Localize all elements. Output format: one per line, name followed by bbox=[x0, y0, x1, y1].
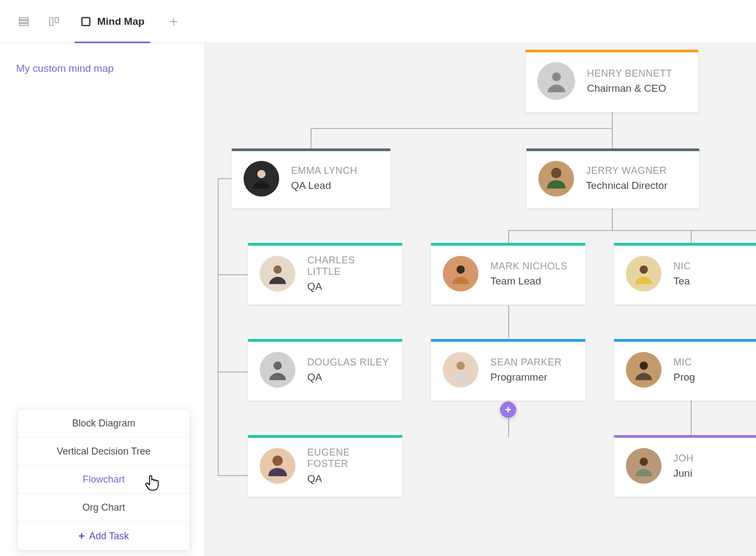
person-role: Juni bbox=[673, 467, 694, 479]
add-tab-button[interactable]: + bbox=[170, 13, 178, 30]
svg-point-7 bbox=[257, 170, 265, 178]
svg-rect-5 bbox=[82, 17, 90, 25]
card-text: EUGENE FOSTER QA bbox=[307, 447, 390, 485]
avatar bbox=[626, 352, 662, 388]
person-role: Technical Director bbox=[586, 180, 667, 192]
org-card-qa-3[interactable]: EUGENE FOSTER QA bbox=[248, 435, 402, 497]
org-card-ceo[interactable]: HENRY BENNETT Chairman & CEO bbox=[525, 50, 698, 112]
connector bbox=[612, 208, 613, 231]
connector bbox=[218, 371, 249, 372]
svg-rect-4 bbox=[55, 17, 58, 22]
tab-mindmap[interactable]: Mind Map bbox=[77, 0, 148, 43]
card-accent bbox=[614, 339, 756, 342]
org-card-qa-1[interactable]: CHARLES LITTLE QA bbox=[248, 243, 402, 304]
person-name: MIC bbox=[673, 357, 695, 368]
person-role: Tea bbox=[673, 275, 691, 287]
svg-rect-0 bbox=[19, 17, 29, 19]
card-accent bbox=[614, 243, 756, 246]
org-card-team-lead[interactable]: MARK NICHOLS Team Lead bbox=[431, 243, 585, 304]
card-accent bbox=[525, 50, 698, 52]
card-text: HENRY BENNETT Chairman & CEO bbox=[587, 68, 672, 94]
avatar bbox=[244, 161, 279, 196]
person-name: JOH bbox=[673, 453, 694, 464]
person-name: HENRY BENNETT bbox=[587, 68, 672, 79]
svg-rect-3 bbox=[50, 17, 53, 25]
card-text: JOH Juni bbox=[673, 453, 694, 479]
list-view-icon[interactable] bbox=[16, 14, 31, 29]
person-name: DOUGLAS RILEY bbox=[307, 357, 389, 368]
connector bbox=[218, 178, 219, 476]
avatar bbox=[626, 256, 662, 291]
svg-point-6 bbox=[552, 72, 561, 81]
card-accent bbox=[431, 243, 585, 246]
avatar bbox=[260, 448, 295, 484]
avatar bbox=[626, 448, 662, 484]
connector bbox=[310, 128, 312, 148]
svg-rect-2 bbox=[19, 23, 29, 25]
org-card-team-lead-2[interactable]: NIC Tea bbox=[614, 243, 756, 304]
card-text: MARK NICHOLS Team Lead bbox=[490, 261, 568, 287]
connector bbox=[508, 306, 509, 338]
person-name: MARK NICHOLS bbox=[490, 261, 568, 272]
card-accent bbox=[248, 243, 402, 246]
card-text: DOUGLAS RILEY QA bbox=[307, 357, 389, 383]
add-task-button[interactable]: + Add Task bbox=[18, 522, 190, 550]
svg-point-15 bbox=[272, 456, 282, 466]
menu-item-block-diagram[interactable]: Block Diagram bbox=[18, 410, 190, 438]
org-chart-canvas[interactable]: HENRY BENNETT Chairman & CEO EMMA LYNCH … bbox=[205, 43, 756, 556]
avatar bbox=[443, 256, 478, 291]
page-title: My custom mind map bbox=[16, 63, 188, 74]
avatar bbox=[538, 161, 574, 196]
org-card-programmer-2[interactable]: MIC Prog bbox=[614, 339, 756, 401]
person-role: QA bbox=[307, 371, 389, 383]
sidebar: My custom mind map Block Diagram Vertica… bbox=[0, 43, 205, 556]
plus-icon: + bbox=[78, 530, 85, 543]
person-role: QA bbox=[307, 281, 390, 293]
card-text: SEAN PARKER Programmer bbox=[490, 357, 562, 383]
person-name: NIC bbox=[673, 261, 691, 272]
svg-point-14 bbox=[639, 362, 647, 370]
org-card-tech-director[interactable]: JERRY WAGNER Technical Director bbox=[526, 148, 699, 208]
topbar: Mind Map + bbox=[0, 0, 756, 43]
svg-point-16 bbox=[639, 458, 647, 466]
avatar bbox=[537, 62, 575, 100]
person-role: Team Lead bbox=[490, 275, 568, 287]
person-name: EMMA LYNCH bbox=[291, 165, 357, 177]
person-role: Programmer bbox=[490, 371, 562, 383]
card-accent bbox=[248, 435, 402, 438]
person-name: EUGENE FOSTER bbox=[307, 447, 390, 470]
avatar bbox=[260, 352, 295, 388]
card-text: CHARLES LITTLE QA bbox=[307, 255, 390, 293]
card-text: JERRY WAGNER Technical Director bbox=[586, 165, 667, 192]
avatar bbox=[260, 256, 295, 291]
svg-point-8 bbox=[551, 168, 561, 178]
svg-point-12 bbox=[273, 362, 281, 370]
tab-label: Mind Map bbox=[97, 16, 145, 28]
connector bbox=[218, 274, 249, 275]
org-card-qa-2[interactable]: DOUGLAS RILEY QA bbox=[248, 339, 402, 401]
svg-point-10 bbox=[456, 266, 464, 274]
connector bbox=[218, 475, 249, 476]
card-accent bbox=[232, 148, 390, 151]
board-view-icon[interactable] bbox=[46, 14, 62, 29]
connector bbox=[508, 230, 509, 244]
card-text: EMMA LYNCH QA Lead bbox=[291, 165, 357, 192]
connector bbox=[310, 128, 613, 129]
svg-point-9 bbox=[273, 266, 281, 274]
menu-item-org-chart[interactable]: Org Chart bbox=[18, 494, 190, 522]
org-card-programmer[interactable]: SEAN PARKER Programmer bbox=[431, 339, 585, 401]
org-card-qa-lead[interactable]: EMMA LYNCH QA Lead bbox=[232, 148, 390, 208]
org-card-junior[interactable]: JOH Juni bbox=[614, 435, 756, 497]
person-name: CHARLES LITTLE bbox=[307, 255, 390, 277]
connector bbox=[691, 230, 692, 244]
person-role: QA bbox=[307, 473, 390, 485]
menu-item-vertical-decision-tree[interactable]: Vertical Decision Tree bbox=[18, 438, 190, 466]
add-node-button[interactable]: + bbox=[500, 402, 516, 418]
person-name: JERRY WAGNER bbox=[586, 165, 667, 177]
connector bbox=[691, 399, 692, 437]
task-menu-popup: Block Diagram Vertical Decision Tree Flo… bbox=[17, 409, 190, 551]
card-accent bbox=[526, 148, 699, 151]
person-role: Prog bbox=[673, 371, 695, 383]
person-role: QA Lead bbox=[291, 180, 357, 192]
menu-item-flowchart[interactable]: Flowchart bbox=[18, 466, 190, 494]
